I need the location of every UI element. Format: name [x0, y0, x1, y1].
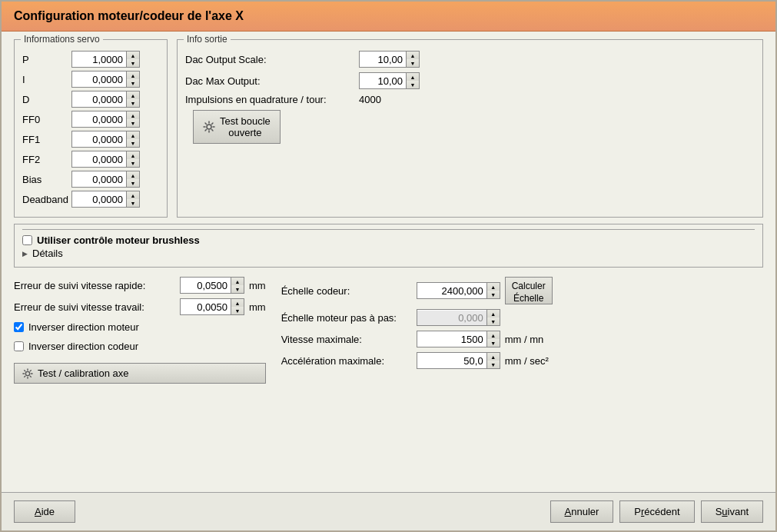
servo-d-up[interactable]: ▲	[127, 91, 139, 99]
precedent-rest: écédent	[644, 506, 679, 517]
servo-bias-label: Bias	[22, 174, 68, 185]
svg-point-1	[25, 371, 29, 375]
erreur-rapide-down[interactable]: ▼	[231, 285, 244, 293]
echelle-moteur-input[interactable]	[417, 311, 486, 325]
dac-output-scale-spinbox[interactable]: ▲ ▼	[359, 51, 420, 68]
precedent-pre: P	[634, 506, 641, 517]
servo-p-spinbox[interactable]: ▲ ▼	[71, 51, 140, 68]
servo-ff2-up[interactable]: ▲	[127, 151, 139, 159]
test-boucle-button[interactable]: Test boucle ouverte	[193, 110, 281, 144]
servo-i-input[interactable]	[72, 72, 126, 87]
servo-d-spinbox[interactable]: ▲ ▼	[71, 91, 140, 108]
dac-output-scale-up[interactable]: ▲	[407, 52, 419, 59]
servo-ff1-input[interactable]	[72, 132, 126, 147]
servo-ff1-spin-buttons: ▲ ▼	[126, 131, 139, 147]
inverser-codeur-checkbox[interactable]	[14, 341, 24, 351]
erreur-rapide-unit: mm	[249, 280, 266, 291]
servo-ff2-spinbox[interactable]: ▲ ▼	[71, 151, 140, 168]
test-calib-label: Test / calibration axe	[38, 367, 129, 379]
dac-output-scale-label: Dac Output Scale:	[185, 54, 354, 65]
impulsions-row: Impulsions en quadrature / tour: 4000	[185, 94, 755, 105]
vitesse-max-input[interactable]	[417, 332, 486, 347]
dac-max-output-spinbox[interactable]: ▲ ▼	[359, 72, 420, 89]
servo-ff0-up[interactable]: ▲	[127, 111, 139, 119]
acceleration-up[interactable]: ▲	[487, 353, 500, 361]
servo-ff0-spinbox[interactable]: ▲ ▼	[71, 111, 140, 128]
dac-output-scale-input[interactable]	[360, 52, 406, 67]
main-dialog: Configuration moteur/codeur de l'axe X I…	[0, 0, 777, 532]
echelle-codeur-up[interactable]: ▲	[487, 283, 500, 291]
erreur-rapide-spin-buttons: ▲ ▼	[231, 278, 244, 293]
echelle-codeur-spin-buttons: ▲ ▼	[486, 283, 500, 298]
servo-ff1-up[interactable]: ▲	[127, 131, 139, 139]
brushless-label: Utiliser contrôle moteur brushless	[37, 234, 200, 246]
servo-d-input[interactable]	[72, 92, 126, 107]
vitesse-max-up[interactable]: ▲	[487, 331, 500, 339]
servo-deadband-down[interactable]: ▼	[127, 199, 139, 207]
inverser-moteur-row: Inverser direction moteur	[14, 321, 266, 333]
echelle-codeur-spinbox[interactable]: ▲ ▼	[417, 282, 500, 299]
servo-deadband-spinbox[interactable]: ▲ ▼	[71, 191, 140, 208]
acceleration-input[interactable]	[417, 354, 486, 368]
servo-bias-up[interactable]: ▲	[127, 171, 139, 179]
servo-p-down[interactable]: ▼	[127, 59, 139, 67]
acceleration-down[interactable]: ▼	[487, 361, 500, 368]
erreur-rapide-spinbox[interactable]: ▲ ▼	[180, 277, 244, 294]
servo-ff2-input[interactable]	[72, 152, 126, 167]
servo-ff2-down[interactable]: ▼	[127, 159, 139, 167]
erreur-rapide-up[interactable]: ▲	[231, 278, 244, 285]
erreur-travail-input[interactable]	[181, 300, 231, 314]
aide-underline: A	[35, 506, 42, 517]
dac-max-output-label: Dac Max Output:	[185, 75, 354, 87]
servo-d-down[interactable]: ▼	[127, 99, 139, 107]
servo-p-up[interactable]: ▲	[127, 52, 139, 59]
servo-i-down[interactable]: ▼	[127, 79, 139, 87]
erreur-travail-spinbox[interactable]: ▲ ▼	[180, 298, 244, 315]
vitesse-max-down[interactable]: ▼	[487, 339, 500, 347]
aide-button[interactable]: Aide	[14, 500, 75, 523]
erreur-travail-down[interactable]: ▼	[231, 307, 244, 314]
suivant-pre: S	[716, 506, 722, 517]
suivant-rest: ivant	[728, 506, 749, 517]
test-calibration-button[interactable]: Test / calibration axe	[14, 363, 266, 384]
servo-ff0-input[interactable]	[72, 112, 126, 127]
servo-bias-down[interactable]: ▼	[127, 179, 139, 187]
impulsions-value: 4000	[359, 94, 381, 105]
echelle-moteur-down[interactable]: ▼	[487, 318, 500, 325]
inverser-moteur-checkbox[interactable]	[14, 322, 24, 332]
servo-ff0-spin-buttons: ▲ ▼	[126, 111, 139, 127]
brushless-checkbox[interactable]	[22, 235, 32, 245]
acceleration-spinbox[interactable]: ▲ ▼	[417, 352, 500, 369]
servo-bias-input[interactable]	[72, 172, 126, 187]
servo-deadband-input[interactable]	[72, 192, 126, 207]
servo-ff1-spinbox[interactable]: ▲ ▼	[71, 131, 140, 148]
servo-i-up[interactable]: ▲	[127, 71, 139, 79]
dac-max-output-input[interactable]	[360, 74, 406, 88]
servo-deadband-up[interactable]: ▲	[127, 191, 139, 199]
servo-bias-spinbox[interactable]: ▲ ▼	[71, 171, 140, 188]
suivant-button[interactable]: Suivant	[701, 500, 763, 523]
calculer-echelle-button[interactable]: Calculer Échelle	[505, 277, 553, 304]
erreur-rapide-input[interactable]	[181, 278, 231, 293]
dac-max-output-down[interactable]: ▼	[407, 81, 419, 88]
servo-ff1-down[interactable]: ▼	[127, 139, 139, 147]
echelle-codeur-row: Échelle codeur: ▲ ▼ Calculer Échelle	[281, 277, 553, 304]
echelle-codeur-input[interactable]	[417, 284, 486, 298]
brushless-row: Utiliser contrôle moteur brushless	[22, 229, 755, 246]
precedent-button[interactable]: Précédent	[619, 500, 694, 523]
erreur-travail-up[interactable]: ▲	[231, 299, 244, 307]
dac-max-output-up[interactable]: ▲	[407, 73, 419, 81]
echelle-moteur-up[interactable]: ▲	[487, 310, 500, 318]
dac-output-scale-down[interactable]: ▼	[407, 59, 419, 67]
servo-ff0-down[interactable]: ▼	[127, 119, 139, 127]
echelle-codeur-down[interactable]: ▼	[487, 291, 500, 298]
servo-ff2-label: FF2	[22, 154, 68, 165]
echelle-moteur-spinbox[interactable]: ▲ ▼	[417, 309, 500, 326]
annuler-button[interactable]: Annuler	[550, 500, 614, 523]
servo-i-spinbox[interactable]: ▲ ▼	[71, 71, 140, 88]
vitesse-max-spinbox[interactable]: ▲ ▼	[417, 331, 500, 347]
dac-max-output-spin-buttons: ▲ ▼	[406, 73, 419, 88]
dialog-title: Configuration moteur/codeur de l'axe X	[14, 9, 244, 22]
test-calib-gear-icon	[22, 368, 33, 379]
servo-p-input[interactable]	[72, 52, 126, 67]
